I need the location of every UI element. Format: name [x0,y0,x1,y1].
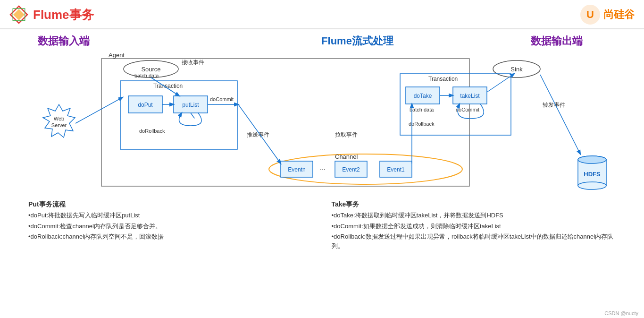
svg-text:batch data: batch data [410,107,434,112]
svg-text:Agent: Agent [109,52,125,59]
svg-text:Server: Server [51,122,67,128]
svg-text:Transaction: Transaction [428,76,458,82]
svg-text:Event1: Event1 [387,166,405,173]
logo-icon [9,5,28,24]
svg-text:doCommit: doCommit [210,96,234,102]
svg-rect-13 [128,96,162,113]
page-title: Flume事务 [33,7,94,23]
diagram-svg: Agent Source Sink Transaction doPut putL… [14,50,630,197]
svg-rect-37 [335,161,367,177]
svg-text:HDFS: HDFS [584,171,601,178]
take-item-3: •doRollback:数据发送过程中如果出现异常，rollback将临时缓冲区… [332,232,616,250]
put-title: Put事务流程 [28,200,313,209]
logo-right: U 尚硅谷 [580,4,635,25]
svg-text:doTake: doTake [414,93,432,99]
put-transaction-section: Put事务流程 •doPut:将批数据先写入临时缓冲区putList •doCo… [28,200,313,252]
svg-text:Web: Web [54,116,64,121]
svg-rect-34 [281,161,313,177]
svg-line-54 [151,77,179,96]
svg-text:batch data: batch data [134,73,159,78]
header: Flume事务 U 尚硅谷 [0,0,644,29]
take-title: Take事务 [332,200,616,209]
svg-rect-23 [406,87,440,104]
center-section-title: Flume流式处理 [321,34,393,48]
brand-name: 尚硅谷 [603,8,635,22]
svg-text:putList: putList [182,102,199,108]
svg-rect-21 [400,74,511,135]
footer-text: CSDN @nucty [604,310,638,316]
left-section-title: 数据输入端 [38,34,90,48]
right-section-title: 数据输出端 [531,34,583,48]
svg-text:doPut: doPut [138,102,153,108]
main-content: 数据输入端 Flume流式处理 数据输出端 Agent Source Sink … [0,29,644,256]
put-item-1: •doPut:将批数据先写入临时缓冲区putList [28,211,313,220]
take-item-2: •doCommit:如果数据全部发送成功，则清除临时缓冲区takeList [332,222,616,231]
svg-text:U: U [586,9,594,20]
svg-point-32 [269,154,462,184]
svg-text:doRollback: doRollback [139,128,165,134]
svg-text:Source: Source [141,66,160,73]
svg-rect-11 [120,81,237,149]
svg-line-55 [238,104,281,163]
svg-point-7 [124,60,178,77]
svg-rect-5 [101,59,469,186]
svg-text:doCommit: doCommit [456,107,479,112]
svg-text:接收事件: 接收事件 [182,59,204,66]
logo-left: Flume事务 [9,5,94,24]
svg-text:doRollback: doRollback [409,121,435,127]
take-transaction-section: Take事务 •doTake:将数据取到临时缓冲区takeList，并将数据发送… [332,200,616,252]
svg-rect-15 [174,96,208,113]
svg-text:拉取事件: 拉取事件 [335,131,358,138]
put-item-2: •doCommit:检查channel内存队列是否足够合并。 [28,222,313,231]
svg-text:Sink: Sink [510,66,523,73]
svg-line-58 [487,74,514,92]
svg-marker-41 [43,104,75,138]
svg-text:转发事件: 转发事件 [543,102,565,108]
brand-icon: U [580,4,601,25]
svg-rect-39 [380,161,412,177]
svg-point-46 [578,182,606,189]
take-item-1: •doTake:将数据取到临时缓冲区takeList，并将数据发送到HDFS [332,211,616,220]
svg-point-44 [578,156,606,163]
svg-line-53 [75,97,123,123]
svg-line-57 [540,75,580,154]
svg-text:takeList: takeList [460,93,480,99]
bottom-section: Put事务流程 •doPut:将批数据先写入临时缓冲区putList •doCo… [14,200,630,252]
footer: CSDN @nucty [604,310,638,316]
svg-text:Transaction: Transaction [153,83,183,89]
svg-text:Channel: Channel [335,153,358,160]
diagram-area: Agent Source Sink Transaction doPut putL… [14,50,630,197]
svg-rect-45 [578,160,606,186]
svg-rect-25 [453,87,487,104]
svg-text:Event2: Event2 [342,166,360,173]
svg-point-47 [578,156,606,163]
svg-point-9 [493,60,540,77]
put-item-3: •doRollback:channel内存队列空间不足，回滚数据 [28,232,313,241]
svg-text:···: ··· [320,165,326,173]
section-titles: 数据输入端 Flume流式处理 数据输出端 [14,34,630,48]
svg-text:推送事件: 推送事件 [247,131,269,138]
svg-text:Eventn: Eventn [288,166,305,173]
